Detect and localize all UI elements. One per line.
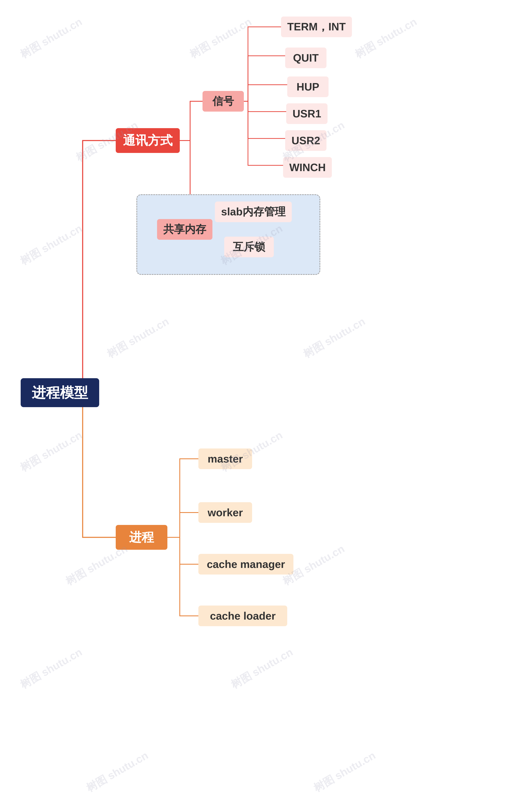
watermark-17: 树图 shutu.cn: [311, 748, 378, 796]
watermark-9: 树图 shutu.cn: [301, 314, 368, 361]
watermark-10: 树图 shutu.cn: [17, 428, 85, 475]
shared-memory-node: 共享内存: [157, 219, 212, 240]
root-node: 进程模型: [21, 378, 99, 407]
watermark-3: 树图 shutu.cn: [352, 15, 420, 62]
hup-node: HUP: [287, 76, 328, 97]
quit-node: QUIT: [285, 47, 326, 68]
term-int-node: TERM，INT: [281, 16, 352, 37]
slab-node: slab内存管理: [215, 202, 292, 222]
watermark-14: 树图 shutu.cn: [17, 645, 85, 692]
cache-loader-node: cache loader: [199, 606, 287, 626]
usr1-node: USR1: [286, 103, 327, 124]
winch-node: WINCH: [283, 157, 332, 178]
process-node: 进程: [116, 525, 167, 550]
cache-manager-node: cache manager: [199, 554, 293, 575]
usr2-node: USR2: [285, 130, 326, 151]
signal-node: 信号: [203, 91, 244, 112]
worker-node: worker: [199, 502, 252, 523]
watermark-15: 树图 shutu.cn: [228, 645, 295, 692]
mutex-node: 互斥锁: [224, 237, 274, 257]
master-node: master: [199, 448, 252, 469]
watermark-2: 树图 shutu.cn: [187, 15, 254, 62]
watermark-8: 树图 shutu.cn: [104, 314, 172, 361]
comm-node: 通讯方式: [116, 128, 180, 153]
watermark-6: 树图 shutu.cn: [17, 221, 85, 269]
watermark-16: 树图 shutu.cn: [84, 748, 151, 796]
watermark-1: 树图 shutu.cn: [17, 15, 85, 62]
